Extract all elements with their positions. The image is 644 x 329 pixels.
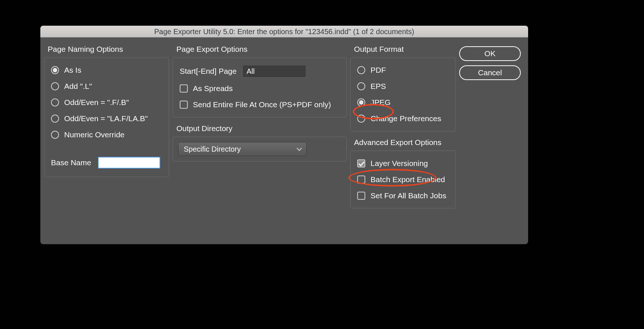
radio-odd-even-fb[interactable]: Odd/Even = ".F/.B" <box>51 98 162 107</box>
output-format-group: PDF EPS JPEG Change Preferences <box>350 57 455 131</box>
output-format-column: Output Format PDF EPS JPEG Change Prefer… <box>350 45 455 215</box>
radio-label: Add ".L" <box>64 82 92 91</box>
select-value: Specific Directory <box>184 145 241 153</box>
radio-label: PDF <box>370 66 386 75</box>
page-export-column: Page Export Options Start[-End] Page As … <box>173 45 347 215</box>
radio-icon <box>357 66 365 74</box>
radio-label: Change Preferences <box>370 114 441 123</box>
checkbox-label: As Spreads <box>193 84 233 93</box>
page-export-group: Start[-End] Page As Spreads Send Entire … <box>173 57 347 118</box>
ok-button[interactable]: OK <box>459 46 521 61</box>
output-directory-title: Output Directory <box>176 124 347 133</box>
checkbox-label: Batch Export Enabled <box>370 175 445 184</box>
dialog-title: Page Exporter Utility 5.0: Enter the opt… <box>40 26 528 37</box>
page-naming-title: Page Naming Options <box>48 45 169 54</box>
base-name-row: Base Name <box>51 157 162 169</box>
advanced-group: Layer Versioning Batch Export Enabled Se… <box>350 151 455 209</box>
checkbox-label: Send Entire File At Once (PS+PDF only) <box>193 100 331 109</box>
checkbox-label: Layer Versioning <box>370 159 428 168</box>
export-dialog: Page Exporter Utility 5.0: Enter the opt… <box>40 26 528 244</box>
radio-icon <box>51 98 59 106</box>
radio-icon <box>357 115 365 123</box>
page-naming-group: As Is Add ".L" Odd/Even = ".F/.B" Odd/Ev… <box>44 57 169 177</box>
radio-label: Odd/Even = "LA.F/LA.B" <box>64 114 148 123</box>
dialog-content: Page Naming Options As Is Add ".L" Odd/E… <box>40 37 528 223</box>
check-batch-export[interactable]: Batch Export Enabled <box>357 175 449 184</box>
radio-icon <box>51 115 59 123</box>
check-set-for-all[interactable]: Set For All Batch Jobs <box>357 191 449 200</box>
radio-icon <box>51 131 59 139</box>
check-as-spreads[interactable]: As Spreads <box>180 84 340 93</box>
checkbox-icon <box>357 176 365 184</box>
radio-odd-even-la[interactable]: Odd/Even = "LA.F/LA.B" <box>51 114 162 123</box>
radio-jpeg[interactable]: JPEG <box>357 98 449 107</box>
radio-icon <box>51 66 59 74</box>
checkbox-icon <box>180 84 188 93</box>
checkbox-icon <box>180 101 188 109</box>
output-directory-group: Specific Directory <box>173 137 347 162</box>
radio-icon <box>357 98 365 106</box>
output-directory-select[interactable]: Specific Directory <box>178 142 307 156</box>
output-format-title: Output Format <box>354 45 455 54</box>
page-naming-column: Page Naming Options As Is Add ".L" Odd/E… <box>44 45 169 215</box>
radio-label: Odd/Even = ".F/.B" <box>64 98 129 107</box>
radio-numeric-override[interactable]: Numeric Override <box>51 130 162 139</box>
radio-add-l[interactable]: Add ".L" <box>51 82 162 91</box>
dialog-buttons: OK Cancel <box>459 45 521 215</box>
check-send-entire[interactable]: Send Entire File At Once (PS+PDF only) <box>180 100 340 109</box>
start-end-input[interactable] <box>243 66 305 77</box>
radio-pdf[interactable]: PDF <box>357 66 449 75</box>
base-name-label: Base Name <box>51 158 91 167</box>
chevron-down-icon <box>297 146 302 151</box>
radio-label: Numeric Override <box>64 130 125 139</box>
checkbox-icon <box>357 159 365 167</box>
advanced-title: Advanced Export Options <box>354 138 455 147</box>
radio-change-preferences[interactable]: Change Preferences <box>357 114 449 123</box>
radio-label: As Is <box>64 66 81 75</box>
checkbox-icon <box>357 192 365 200</box>
radio-icon <box>51 82 59 90</box>
checkbox-label: Set For All Batch Jobs <box>370 191 446 200</box>
page-export-title: Page Export Options <box>176 45 347 54</box>
check-layer-versioning[interactable]: Layer Versioning <box>357 159 449 168</box>
radio-label: JPEG <box>370 98 391 107</box>
radio-as-is[interactable]: As Is <box>51 66 162 75</box>
start-end-label: Start[-End] Page <box>180 67 237 76</box>
radio-eps[interactable]: EPS <box>357 82 449 91</box>
base-name-input[interactable] <box>98 157 160 169</box>
radio-label: EPS <box>370 82 386 91</box>
start-end-row: Start[-End] Page <box>180 66 340 77</box>
radio-icon <box>357 82 365 90</box>
cancel-button[interactable]: Cancel <box>459 65 521 80</box>
